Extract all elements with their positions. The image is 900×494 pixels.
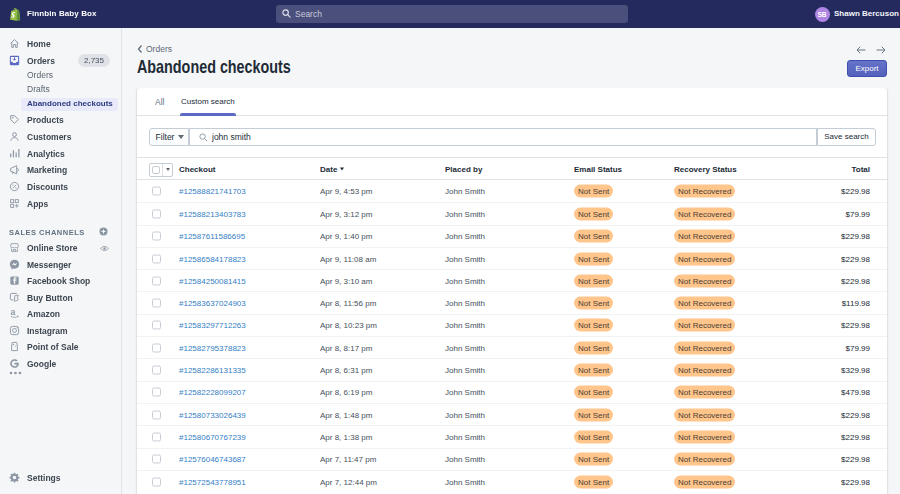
svg-text:a: a <box>10 308 15 317</box>
